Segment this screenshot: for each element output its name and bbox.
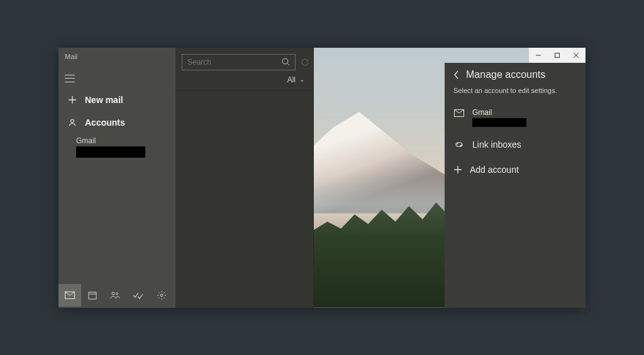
people-tab-icon[interactable] [104,284,126,307]
svg-rect-2 [89,292,96,299]
link-inboxes-button[interactable]: Link inboxes [453,132,577,157]
calendar-tab-icon[interactable] [81,284,104,307]
accounts-header[interactable]: Accounts [58,111,175,134]
manage-account-name: Gmail [472,108,526,117]
new-mail-button[interactable]: New mail [58,89,175,111]
new-mail-label: New mail [85,95,123,105]
search-box[interactable] [182,54,296,70]
minimize-button[interactable] [529,48,548,63]
accounts-label: Accounts [85,117,125,128]
filter-label: All [287,75,296,84]
svg-point-4 [116,292,118,294]
search-icon[interactable] [282,58,290,66]
manage-account-address-redacted [472,118,526,127]
back-icon[interactable] [453,70,460,79]
mail-icon [453,108,465,117]
todo-tab-icon[interactable] [126,284,149,307]
hamburger-icon[interactable] [65,75,75,82]
sidebar-account-item[interactable]: Gmail [58,134,175,158]
link-inboxes-label: Link inboxes [472,139,521,150]
maximize-button[interactable] [548,48,567,63]
svg-point-5 [160,294,163,297]
plus-icon [66,96,79,104]
plus-icon [453,165,462,174]
mail-app-window: Mail New mail Accounts Gmail [58,48,586,308]
refresh-icon[interactable] [301,56,309,68]
reading-pane: Manage accounts Select an account to edi… [314,48,586,308]
person-icon [66,118,79,127]
svg-point-6 [282,58,288,64]
chevron-down-icon: ⌄ [299,76,304,83]
link-icon [453,141,465,148]
close-button[interactable] [567,48,586,63]
bottom-icon-bar [58,283,175,308]
add-account-button[interactable]: Add account [453,157,577,182]
svg-point-0 [71,119,74,123]
window-controls [529,48,586,63]
sidebar-account-address-redacted [76,146,145,158]
manage-accounts-title: Manage accounts [466,69,545,80]
manage-account-item[interactable]: Gmail [453,103,577,132]
app-title: Mail [58,48,175,64]
mail-tab-icon[interactable] [58,284,81,307]
svg-rect-7 [555,53,560,57]
manage-accounts-subtitle: Select an account to edit settings. [453,87,577,94]
sidebar-account-name: Gmail [76,136,175,145]
filter-dropdown[interactable]: All ⌄ [175,70,313,91]
settings-icon[interactable] [150,284,173,307]
add-account-label: Add account [470,165,519,175]
manage-accounts-panel: Manage accounts Select an account to edi… [445,63,586,308]
search-input[interactable] [187,58,282,67]
message-list-pane: All ⌄ [175,48,314,308]
svg-point-3 [112,292,114,295]
sidebar: Mail New mail Accounts Gmail [58,48,175,308]
